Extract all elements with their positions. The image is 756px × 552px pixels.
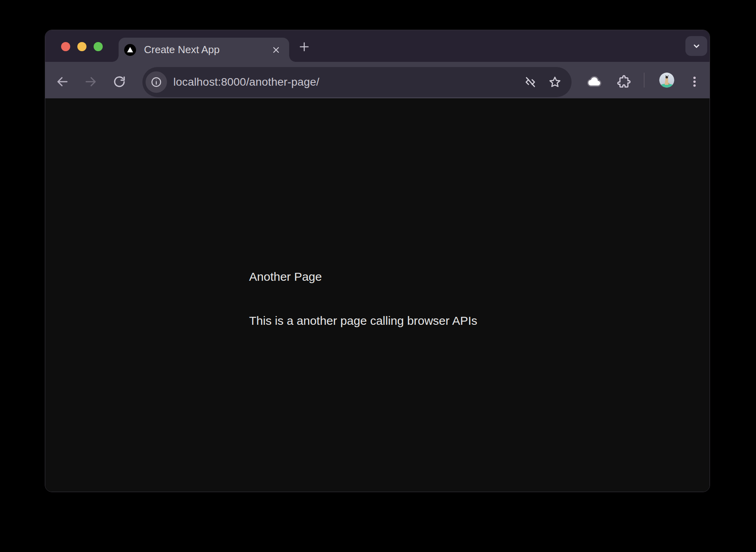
- url-text[interactable]: localhost:8000/another-page/: [173, 76, 522, 88]
- minimize-window-button[interactable]: [77, 42, 86, 51]
- sync-cloud-button[interactable]: [585, 72, 604, 91]
- browser-toolbar: localhost:8000/another-page/: [45, 62, 710, 98]
- toolbar-divider: [644, 73, 645, 88]
- back-button[interactable]: [54, 73, 71, 90]
- code-off-icon[interactable]: [522, 74, 538, 90]
- tab-close-icon[interactable]: [269, 43, 283, 57]
- page-content: Another Page This is a another page call…: [45, 98, 710, 492]
- cloud-icon: [585, 73, 603, 90]
- chevron-down-icon: [691, 41, 702, 51]
- kebab-menu-icon: [687, 75, 702, 89]
- browser-menu-button[interactable]: [685, 72, 704, 91]
- browser-window: Create Next App: [45, 30, 710, 492]
- bookmark-star-icon[interactable]: [547, 74, 563, 90]
- page-heading: Another Page: [249, 270, 322, 284]
- arrow-left-icon: [54, 74, 70, 90]
- zoom-window-button[interactable]: [94, 42, 103, 51]
- new-tab-button[interactable]: [295, 38, 313, 56]
- tab-strip: Create Next App: [45, 30, 710, 62]
- reload-icon: [112, 74, 127, 89]
- profile-avatar[interactable]: [659, 73, 674, 88]
- browser-tab-active[interactable]: Create Next App: [119, 38, 289, 62]
- desktop-background: Create Next App: [0, 0, 756, 552]
- omnibox[interactable]: localhost:8000/another-page/: [142, 67, 572, 97]
- traffic-lights: [61, 42, 103, 51]
- arrow-right-icon: [83, 74, 99, 90]
- extensions-button[interactable]: [614, 72, 633, 91]
- site-info-button[interactable]: [146, 71, 167, 93]
- info-circle-icon: [150, 76, 163, 88]
- forward-button[interactable]: [82, 73, 100, 90]
- extensions-puzzle-icon: [616, 74, 632, 90]
- reload-button[interactable]: [111, 73, 128, 90]
- page-body-text: This is a another page calling browser A…: [249, 314, 477, 328]
- nextjs-favicon-icon: [124, 44, 136, 56]
- close-window-button[interactable]: [61, 42, 70, 51]
- tab-title: Create Next App: [144, 44, 269, 56]
- tab-search-button[interactable]: [685, 36, 707, 56]
